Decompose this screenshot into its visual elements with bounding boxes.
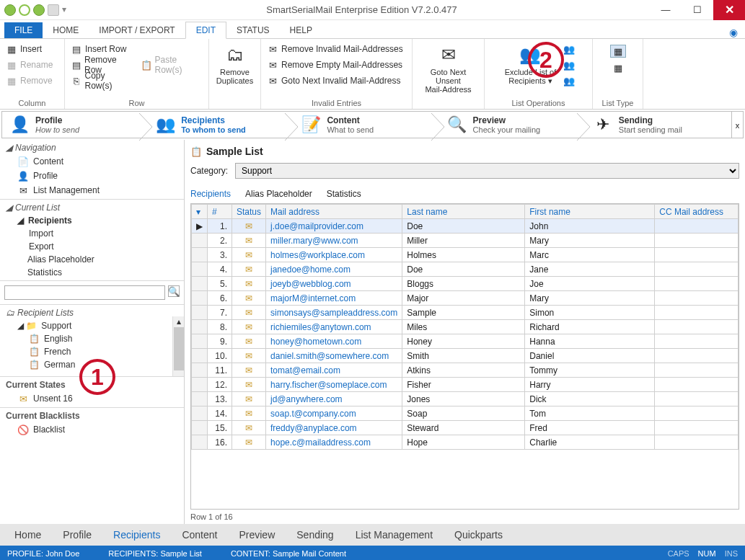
table-row[interactable]: 13.✉jd@anywhere.comJonesDick [192, 392, 739, 406]
maximize-button[interactable]: ☐ [682, 0, 713, 20]
table-row[interactable]: 9.✉honey@hometown.comHoneyHanna [192, 334, 739, 349]
col-num[interactable]: # [208, 205, 232, 219]
list-french[interactable]: 📋 French [0, 345, 184, 358]
table-row[interactable]: 5.✉joeyb@webblog.comBloggsJoe [192, 277, 739, 291]
bnav-content[interactable]: Content [182, 529, 217, 541]
exclude-list-button[interactable]: 👥 Exclude List of Recipients ▾ [502, 42, 560, 87]
subtab-alias[interactable]: Alias Placeholder [245, 189, 312, 199]
recipients-grid[interactable]: ▾ # Status Mail address Last name First … [190, 203, 739, 510]
workflow-recipients[interactable]: 👥 RecipientsTo whom to send [148, 113, 294, 136]
workflow-close-button[interactable]: x [731, 112, 743, 138]
category-select[interactable]: Support [235, 163, 739, 179]
table-row[interactable]: 3.✉holmes@workplace.comHolmesMarc [192, 248, 739, 262]
table-row[interactable]: 4.✉janedoe@home.comDoeJane [192, 262, 739, 277]
col-last[interactable]: Last name [402, 205, 525, 219]
table-row[interactable]: 15.✉freddy@anyplace.comStewardFred [192, 421, 739, 435]
col-status[interactable]: Status [232, 205, 266, 219]
table-row[interactable]: 6.✉majorM@internet.comMajorMary [192, 291, 739, 306]
table-row[interactable]: 14.✉soap.t@company.comSoapTom [192, 406, 739, 421]
minimize-button[interactable]: — [650, 0, 682, 20]
qat-icon-2[interactable] [19, 4, 30, 16]
remove-row-button[interactable]: ▤Remove Row [71, 58, 133, 72]
table-row[interactable]: 11.✉tomat@email.comAtkinsTommy [192, 363, 739, 378]
envelope-icon: ✉ [245, 308, 252, 318]
listop-icon-1[interactable]: 👥 [563, 43, 575, 55]
currentlist-stats[interactable]: Statistics [0, 266, 184, 279]
table-row[interactable]: ▶1.✉j.doe@mailprovider.comDoeJohn [192, 219, 739, 234]
qat-icon-3[interactable] [33, 4, 45, 16]
table-row[interactable]: 7.✉simonsays@sampleaddress.comSampleSimo… [192, 306, 739, 320]
currentlist-alias[interactable]: Alias Placeholder [0, 253, 184, 266]
tab-help[interactable]: HELP [280, 22, 322, 38]
search-icon[interactable]: 🔍 [168, 285, 180, 297]
tab-file[interactable]: FILE [4, 22, 43, 38]
workflow-content[interactable]: 📝 ContentWhat to send [294, 113, 439, 136]
col-mail[interactable]: Mail address [266, 205, 402, 219]
table-row[interactable]: 8.✉richiemiles@anytown.comMilesRichard [192, 320, 739, 334]
blacklist-item[interactable]: 🚫Blacklist [0, 422, 184, 437]
table-row[interactable]: 10.✉daniel.smith@somewhere.comSmithDanie… [192, 349, 739, 363]
bnav-home[interactable]: Home [14, 529, 41, 541]
list-support[interactable]: ◢ 📁 Support [0, 319, 184, 332]
nav-header[interactable]: ◢ Navigation [0, 141, 184, 154]
table-row[interactable]: 16.✉hope.c@mailaddress.comHopeCharlie [192, 435, 739, 450]
bnav-sending[interactable]: Sending [296, 529, 333, 541]
col-selector[interactable]: ▾ [192, 205, 208, 219]
workflow-preview[interactable]: 🔍 PreviewCheck your mailing [440, 113, 586, 136]
copy-rows-button[interactable]: ⎘Copy Row(s) [71, 74, 133, 88]
qat-icon-4[interactable] [48, 4, 59, 16]
state-unsent[interactable]: ✉Unsent 16 [0, 391, 184, 406]
paste-rows-button[interactable]: 📋Paste Row(s) [141, 58, 203, 72]
workflow-sending[interactable]: ✈ SendingStart sending mail [586, 113, 731, 136]
bnav-profile[interactable]: Profile [63, 529, 92, 541]
list-german[interactable]: 📋 German [0, 358, 184, 371]
remove-invalid-button[interactable]: ✉Remove Invalid Mail-Addresses [267, 42, 406, 56]
listtype-icon-1[interactable]: ▦ [610, 45, 626, 58]
tab-home[interactable]: HOME [43, 22, 89, 38]
remove-column-button[interactable]: ▦Remove [6, 74, 58, 88]
currentlist-export[interactable]: Export [0, 240, 184, 253]
listtype-icon-2[interactable]: ▦ [612, 62, 624, 74]
remove-duplicates-button[interactable]: 🗂 Remove Duplicates [213, 42, 256, 86]
table-row[interactable]: 12.✉harry.fischer@someplace.comFisherHar… [192, 378, 739, 392]
nav-content[interactable]: 📄Content [0, 154, 184, 169]
search-input[interactable] [4, 285, 165, 300]
currentlist-import[interactable]: Import [0, 227, 184, 240]
listop-icon-2[interactable]: 👥 [563, 59, 575, 71]
list-english[interactable]: 📋 English [0, 332, 184, 345]
qat-dropdown-icon[interactable]: ▾ [62, 4, 69, 16]
goto-invalid-button[interactable]: ✉Goto Next Invalid Mail-Address [267, 74, 406, 88]
currentlist-header[interactable]: ◢ Current List [0, 201, 184, 214]
states-header[interactable]: Current States [0, 378, 184, 391]
subtab-recipients[interactable]: Recipients [190, 189, 231, 199]
close-button[interactable]: ✕ [713, 0, 745, 20]
nav-listmgmt[interactable]: ✉List Management [0, 183, 184, 197]
col-first[interactable]: First name [525, 205, 655, 219]
tab-edit[interactable]: EDIT [185, 22, 226, 39]
insert-column-button[interactable]: ▦Insert [6, 42, 58, 56]
recipientlists-header[interactable]: 🗂 Recipient Lists [0, 306, 184, 319]
insert-row-button[interactable]: ▤Insert Row [71, 42, 133, 56]
status-content: CONTENT: Sample Mail Content [231, 549, 346, 558]
lists-scrollbar[interactable]: ▴ [172, 316, 184, 376]
workflow-profile[interactable]: 👤 ProfileHow to send [2, 113, 148, 136]
subtab-stats[interactable]: Statistics [327, 189, 361, 199]
tab-import-export[interactable]: IMPORT / EXPORT [89, 22, 185, 38]
help-icon[interactable]: ◉ [729, 27, 738, 38]
tab-status[interactable]: STATUS [226, 22, 280, 38]
table-row[interactable]: 2.✉miller.mary@www.comMillerMary [192, 234, 739, 248]
listop-icon-3[interactable]: 👥 [563, 75, 575, 86]
remove-empty-button[interactable]: ✉Remove Empty Mail-Addresses [267, 58, 406, 72]
bnav-quickparts[interactable]: Quickparts [454, 529, 503, 541]
rename-column-button[interactable]: ▦Rename [6, 58, 58, 72]
nav-profile[interactable]: 👤Profile [0, 169, 184, 183]
bnav-recipients[interactable]: Recipients [113, 529, 160, 541]
bnav-preview[interactable]: Preview [239, 529, 275, 541]
col-cc[interactable]: CC Mail address [655, 205, 739, 219]
currentlist-recipients[interactable]: ◢ Recipients [0, 214, 184, 227]
goto-unsent-button[interactable]: ✉ Goto Next Unsent Mail-Address [418, 42, 478, 95]
bnav-listmgmt[interactable]: List Management [356, 529, 433, 541]
qat-icon-1[interactable] [4, 4, 16, 16]
unsent-icon: ✉ [17, 393, 29, 404]
blacklists-header[interactable]: Current Blacklists [0, 409, 184, 422]
